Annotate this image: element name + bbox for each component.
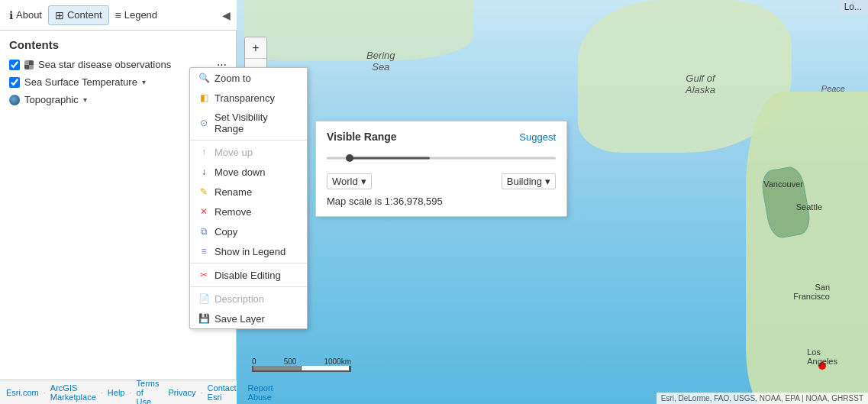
menu-sep-2 bbox=[190, 263, 307, 263]
map-scale-text: Map scale is 1:36,978,595 bbox=[327, 196, 556, 207]
scale-half-right bbox=[302, 366, 350, 370]
help-link[interactable]: Help bbox=[108, 388, 125, 397]
contact-link[interactable]: Contact Esri bbox=[208, 383, 237, 402]
world-dropdown-icon: ▾ bbox=[361, 176, 366, 187]
legend-label: Legend bbox=[124, 9, 157, 21]
menu-item-move-down[interactable]: ↓ Move down bbox=[190, 162, 307, 182]
topbar: ℹ About ⊞ Content ≡ Legend ◀ bbox=[0, 0, 237, 31]
layer-checkbox-sea-surface[interactable] bbox=[9, 77, 20, 88]
esri-link[interactable]: Esri.com bbox=[6, 388, 39, 397]
menu-sep-1 bbox=[190, 140, 307, 141]
content-label: Content bbox=[67, 9, 102, 21]
layer-checkbox-sea-star[interactable] bbox=[9, 60, 20, 70]
world-label: World bbox=[332, 176, 358, 187]
menu-label-copy: Copy bbox=[215, 226, 237, 238]
rename-icon: ✎ bbox=[198, 186, 210, 198]
legend-button[interactable]: ≡ Legend bbox=[109, 6, 164, 24]
menu-item-copy[interactable]: ⧉ Copy bbox=[190, 221, 307, 241]
marketplace-link[interactable]: ArcGIS Marketplace bbox=[50, 383, 96, 402]
layer-name-sea-surface: Sea Surface Temperature bbox=[24, 76, 137, 88]
globe-icon bbox=[9, 95, 20, 105]
collapse-sidebar-button[interactable]: ◀ bbox=[219, 6, 234, 24]
popup-dropdowns: World ▾ Building ▾ bbox=[327, 173, 556, 189]
red-dot bbox=[818, 362, 826, 370]
visible-range-popup: Visible Range Suggest World ▾ Building ▾… bbox=[315, 121, 567, 217]
show-legend-icon: ≡ bbox=[198, 245, 210, 257]
menu-label-transparency: Transparency bbox=[215, 92, 275, 104]
bottombar: Esri.com · ArcGIS Marketplace · Help · T… bbox=[0, 380, 237, 404]
land-russia bbox=[244, 0, 473, 61]
menu-label-disable-editing: Disable Editing bbox=[215, 270, 281, 281]
menu-label-save-layer: Save Layer bbox=[215, 313, 265, 325]
menu-sep-3 bbox=[190, 286, 307, 287]
menu-item-move-up: ↑ Move up bbox=[190, 142, 307, 162]
menu-label-remove: Remove bbox=[215, 206, 251, 218]
layer-name-sea-star: Sea star disease observations bbox=[38, 59, 171, 70]
info-icon: ℹ bbox=[9, 9, 13, 21]
menu-item-description: 📄 Description bbox=[190, 289, 307, 309]
menu-label-show-legend: Show in Legend bbox=[215, 246, 286, 257]
menu-item-save-layer[interactable]: 💾 Save Layer bbox=[190, 309, 307, 328]
menu-item-disable-editing[interactable]: ✂ Disable Editing bbox=[190, 265, 307, 285]
copy-icon: ⧉ bbox=[198, 225, 210, 238]
menu-label-move-down: Move down bbox=[215, 166, 265, 178]
map-attribution: Esri, DeLorme, FAO, USGS, NOAA, EPA | NO… bbox=[657, 393, 868, 404]
building-dropdown-icon: ▾ bbox=[545, 176, 550, 187]
menu-item-show-legend[interactable]: ≡ Show in Legend bbox=[190, 241, 307, 261]
building-label: Building bbox=[507, 176, 542, 187]
scale-label-end: 1000km bbox=[324, 357, 351, 366]
menu-item-set-visibility[interactable]: ⊙ Set Visibility Range bbox=[190, 108, 307, 138]
scale-label-mid: 500 bbox=[284, 357, 297, 366]
scale-line bbox=[252, 366, 351, 372]
top-right-corner: Lo... bbox=[838, 0, 868, 14]
zoom-to-icon: 🔍 bbox=[198, 72, 210, 84]
attribution-text: Esri, DeLorme, FAO, USGS, NOAA, EPA | NO… bbox=[661, 394, 863, 402]
save-layer-icon: 💾 bbox=[198, 312, 210, 325]
transparency-icon: ◧ bbox=[198, 92, 210, 104]
zoom-in-button[interactable]: + bbox=[245, 37, 266, 59]
popup-header: Visible Range Suggest bbox=[327, 131, 556, 143]
menu-label-zoom-to: Zoom to bbox=[215, 73, 251, 84]
menu-item-rename[interactable]: ✎ Rename bbox=[190, 182, 307, 202]
menu-label-set-visibility: Set Visibility Range bbox=[215, 112, 299, 134]
menu-item-remove[interactable]: ✕ Remove bbox=[190, 202, 307, 221]
layer-dots-icon bbox=[24, 60, 34, 69]
move-up-icon: ↑ bbox=[198, 146, 210, 158]
menu-label-move-up: Move up bbox=[215, 147, 253, 158]
popup-title: Visible Range bbox=[327, 131, 397, 143]
land-west-coast bbox=[746, 92, 868, 404]
set-visibility-icon: ⊙ bbox=[198, 117, 210, 129]
context-menu: 🔍 Zoom to ◧ Transparency ⊙ Set Visibilit… bbox=[189, 67, 308, 329]
content-icon: ⊞ bbox=[55, 9, 64, 21]
about-button[interactable]: ℹ About bbox=[3, 6, 48, 24]
about-label: About bbox=[16, 9, 42, 21]
layer-arrow-topographic[interactable]: ▾ bbox=[83, 95, 87, 104]
layer-name-topographic: Topographic bbox=[24, 94, 79, 105]
range-track bbox=[327, 157, 556, 160]
menu-item-zoom-to[interactable]: 🔍 Zoom to bbox=[190, 68, 307, 88]
menu-label-description: Description bbox=[215, 293, 264, 305]
range-thumb[interactable] bbox=[346, 154, 353, 162]
scale-labels: 0 500 1000km bbox=[252, 357, 351, 366]
move-down-icon: ↓ bbox=[198, 166, 210, 178]
scale-label-start: 0 bbox=[252, 357, 257, 366]
sidebar-title: Contents bbox=[0, 31, 236, 56]
remove-icon: ✕ bbox=[198, 205, 210, 218]
privacy-link[interactable]: Privacy bbox=[168, 388, 195, 397]
world-dropdown[interactable]: World ▾ bbox=[327, 173, 372, 189]
range-slider[interactable] bbox=[327, 150, 556, 166]
scalebar: 0 500 1000km bbox=[252, 357, 351, 372]
suggest-button[interactable]: Suggest bbox=[519, 131, 556, 143]
legend-icon: ≡ bbox=[115, 9, 121, 21]
layer-arrow-sea-surface[interactable]: ▾ bbox=[142, 78, 146, 86]
building-dropdown[interactable]: Building ▾ bbox=[502, 173, 556, 189]
report-link[interactable]: Report Abuse bbox=[248, 383, 273, 402]
content-button[interactable]: ⊞ Content bbox=[48, 5, 109, 25]
range-fill bbox=[350, 157, 430, 160]
menu-label-rename: Rename bbox=[215, 186, 252, 198]
menu-item-transparency[interactable]: ◧ Transparency bbox=[190, 88, 307, 108]
description-icon: 📄 bbox=[198, 292, 210, 305]
disable-editing-icon: ✂ bbox=[198, 269, 210, 281]
terms-link[interactable]: Terms of Use bbox=[137, 379, 160, 405]
scale-half-left bbox=[253, 366, 302, 370]
